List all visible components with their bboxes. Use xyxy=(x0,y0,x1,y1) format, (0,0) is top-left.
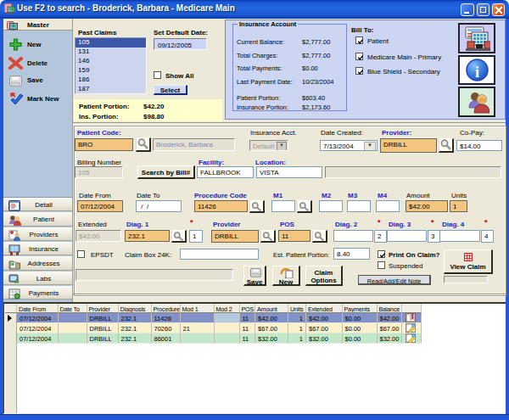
svg-text:i: i xyxy=(475,64,479,81)
